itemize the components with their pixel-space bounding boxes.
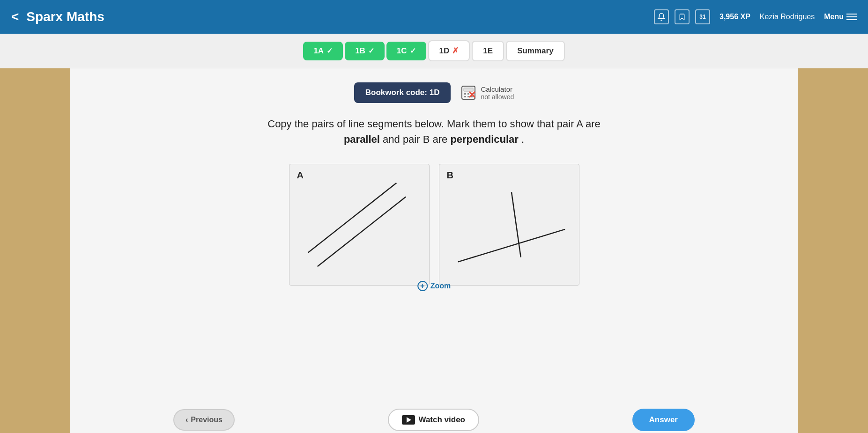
zoom-icon: + [417, 281, 428, 291]
bold-parallel: parallel [344, 133, 380, 145]
tab-summary[interactable]: Summary [506, 41, 564, 61]
hamburger-icon [846, 14, 857, 20]
tab-1d-x: ✗ [452, 46, 459, 56]
bottom-nav: ‹ Previous Watch video Answer [173, 409, 695, 431]
question-end: . [521, 133, 524, 145]
diagram-a-svg [289, 164, 429, 285]
svg-rect-5 [464, 96, 466, 97]
calculator-label: Calculator [481, 85, 514, 93]
bookwork-row: Bookwork code: 1D [173, 82, 695, 103]
calculator-info: Calculator not allowed [460, 84, 514, 101]
bookmark-icon[interactable] [675, 9, 690, 24]
diagram-b-label: B [447, 170, 453, 181]
bottom-actions: ‹ Previous Watch video Answer [155, 401, 713, 433]
video-icon [402, 415, 415, 425]
tab-1b-label: 1B [355, 46, 365, 56]
header-icons: 31 [654, 9, 710, 24]
diagram-a-label: A [297, 170, 304, 181]
svg-line-13 [511, 192, 520, 257]
tab-bar: 1A ✓ 1B ✓ 1C ✓ 1D ✗ 1E Summary [0, 34, 868, 68]
tab-1c-check: ✓ [410, 46, 416, 55]
question-line1: Copy the pairs of line segments below. M… [173, 116, 695, 132]
svg-line-10 [317, 197, 406, 266]
bookwork-badge: Bookwork code: 1D [354, 82, 451, 103]
watch-video-button[interactable]: Watch video [388, 409, 480, 431]
zoom-button[interactable]: + Zoom [417, 281, 451, 291]
svg-rect-1 [464, 88, 473, 91]
tab-1d[interactable]: 1D ✗ [428, 40, 470, 61]
content-wrapper: Bookwork code: 1D [70, 68, 798, 433]
tab-1e-label: 1E [483, 46, 493, 56]
svg-line-11 [308, 183, 396, 253]
watch-video-label: Watch video [419, 415, 466, 425]
svg-rect-2 [464, 93, 466, 95]
user-name: Kezia Rodrigues [760, 13, 815, 21]
calendar-icon[interactable]: 31 [695, 9, 710, 24]
tab-1a[interactable]: 1A ✓ [303, 42, 343, 60]
question-text: Copy the pairs of line segments below. M… [173, 116, 695, 147]
question-mid: and pair B are [383, 133, 450, 145]
tab-summary-label: Summary [517, 46, 553, 56]
previous-button[interactable]: ‹ Previous [173, 409, 235, 431]
tab-1a-label: 1A [313, 46, 324, 56]
prev-label: Previous [191, 416, 223, 424]
diagram-a: A [289, 164, 430, 286]
diagram-b: B [439, 164, 579, 286]
svg-rect-3 [467, 93, 469, 95]
header: < Sparx Maths 31 3,956 XP Kezia Rodrigue… [0, 0, 868, 34]
notification-icon[interactable] [654, 9, 669, 24]
menu-label: Menu [824, 13, 844, 21]
menu-button[interactable]: Menu [824, 13, 857, 21]
answer-label: Answer [649, 415, 678, 424]
tab-1a-check: ✓ [326, 46, 333, 55]
calculator-icon [460, 84, 477, 101]
tab-1b[interactable]: 1B ✓ [345, 42, 385, 60]
diagram-b-svg [439, 164, 579, 285]
tab-1b-check: ✓ [368, 46, 374, 55]
answer-button[interactable]: Answer [632, 409, 695, 431]
xp-display: 3,956 XP [720, 13, 750, 21]
tab-1c-label: 1C [397, 46, 407, 56]
calculator-text: Calculator not allowed [481, 85, 514, 101]
question-line2: parallel and pair B are perpendicular . [173, 132, 695, 147]
tab-1c[interactable]: 1C ✓ [386, 42, 426, 60]
tab-1e[interactable]: 1E [472, 41, 504, 61]
header-right: 31 3,956 XP Kezia Rodrigues Menu [654, 9, 857, 24]
app-title: Sparx Maths [26, 9, 654, 24]
back-button[interactable]: < [11, 9, 19, 24]
diagrams-row: A B [173, 164, 695, 286]
bold-perpendicular: perpendicular [450, 133, 518, 145]
svg-line-12 [458, 229, 564, 262]
calculator-sub: not allowed [481, 93, 514, 101]
tab-1d-label: 1D [439, 46, 450, 56]
main-content: Bookwork code: 1D [155, 68, 713, 433]
zoom-label: Zoom [430, 282, 451, 290]
prev-chevron: ‹ [185, 416, 188, 424]
